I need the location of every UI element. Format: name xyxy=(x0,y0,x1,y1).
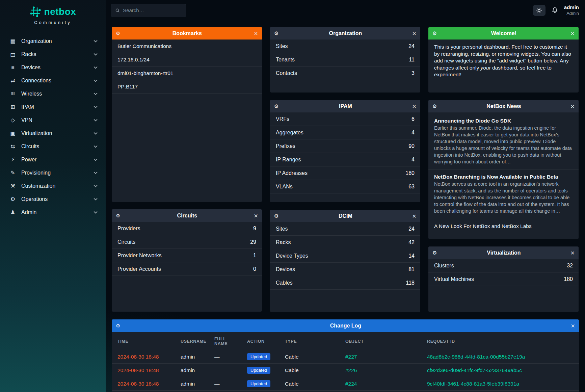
widget-config-icon[interactable]: ⚙ xyxy=(432,250,437,256)
sidebar-item-virtualization[interactable]: ▣ Virtualization xyxy=(0,127,106,140)
news-headline-link[interactable]: A New Look For NetBox and NetBox Labs xyxy=(434,223,573,229)
stat-count-link[interactable]: 180 xyxy=(405,170,415,176)
widget-header: ⚙ Organization × xyxy=(270,27,420,40)
stat-count-link[interactable]: 9 xyxy=(253,226,256,232)
chevron-down-icon xyxy=(94,183,97,187)
brand[interactable]: netbox Community xyxy=(0,0,106,30)
stat-count-link[interactable]: 24 xyxy=(408,226,415,232)
stat-count-link[interactable]: 42 xyxy=(408,239,415,245)
chevron-down-icon xyxy=(94,78,97,82)
sidebar-item-admin[interactable]: ♟ Admin xyxy=(0,206,106,219)
news-headline-link[interactable]: NetBox Branching is Now Available in Pub… xyxy=(434,174,573,180)
sidebar-item-label: Devices xyxy=(21,64,41,71)
chevron-down-icon xyxy=(94,65,97,69)
sidebar-item-power[interactable]: ⚡ Power xyxy=(0,153,106,166)
stat-count-link[interactable]: 0 xyxy=(253,266,256,272)
widget-config-icon[interactable]: ⚙ xyxy=(116,213,120,219)
changelog-request-id-link[interactable]: cf92d3e6-d09d-41fc-9fd7-52337649ab5c xyxy=(427,367,522,373)
stat-count-link[interactable]: 6 xyxy=(411,116,415,122)
column-header: ACTION xyxy=(241,332,279,350)
widget-close-icon[interactable]: × xyxy=(570,250,575,256)
stat-count-link[interactable]: 118 xyxy=(406,280,415,286)
sidebar-item-provisioning[interactable]: ✎ Provisioning xyxy=(0,166,106,179)
widget-config-icon[interactable]: ⚙ xyxy=(432,103,437,109)
sidebar-item-ipam[interactable]: ⊞ IPAM xyxy=(0,100,106,113)
stat-label: Cables xyxy=(276,280,293,286)
user-menu[interactable]: admin Admin xyxy=(564,4,579,16)
stat-count-link[interactable]: 14 xyxy=(408,253,415,259)
stat-count-link[interactable]: 29 xyxy=(250,239,256,245)
widget-config-icon[interactable]: ⚙ xyxy=(274,213,278,219)
netbox-logo-icon xyxy=(30,6,41,18)
stat-count-link[interactable]: 3 xyxy=(411,70,415,76)
widget-close-icon[interactable]: × xyxy=(254,212,258,219)
stat-count-link[interactable]: 1 xyxy=(253,253,256,259)
changelog-fullname: — xyxy=(209,350,241,364)
sidebar-item-connections[interactable]: ⇄ Connections xyxy=(0,74,106,87)
changelog-request-id-link[interactable]: 9cf40fdf-3461-4c88-81a3-5feb39f8391a xyxy=(427,381,519,387)
widget-config-icon[interactable]: ⚙ xyxy=(274,30,278,36)
stat-count-link[interactable]: 24 xyxy=(408,43,415,49)
widget-close-icon[interactable]: × xyxy=(571,322,575,329)
stat-count-link[interactable]: 32 xyxy=(567,263,573,269)
sidebar-item-devices[interactable]: ≡ Devices xyxy=(0,61,106,74)
widget-close-icon[interactable]: × xyxy=(570,103,575,110)
news-headline-link[interactable]: Announcing the Diode Go SDK xyxy=(434,118,573,124)
sidebar: netbox Community ▦ Organization ▤ Racks … xyxy=(0,0,106,392)
bell-icon xyxy=(551,7,558,14)
stat-count-link[interactable]: 63 xyxy=(408,184,415,190)
changelog-time-link[interactable]: 2024-08-30 18:48 xyxy=(117,381,159,387)
changelog-time-link[interactable]: 2024-08-30 18:48 xyxy=(117,367,159,373)
widget-close-icon[interactable]: × xyxy=(412,213,416,219)
sidebar-item-vpn[interactable]: ◇ VPN xyxy=(0,113,106,127)
widget-close-icon[interactable]: × xyxy=(254,30,258,37)
sidebar-item-wireless[interactable]: ≋ Wireless xyxy=(0,87,106,100)
widget-close-icon[interactable]: × xyxy=(412,103,416,110)
stat-count-link[interactable]: 4 xyxy=(411,130,415,136)
action-badge: Updated xyxy=(247,380,270,387)
sidebar-item-customization[interactable]: ⚒ Customization xyxy=(0,179,106,192)
bookmark-link[interactable]: Butler Communications xyxy=(112,40,262,53)
notifications-button[interactable] xyxy=(551,7,558,14)
bookmark-link[interactable]: 172.16.0.1/24 xyxy=(112,53,262,67)
changelog-time-link[interactable]: 2024-08-30 18:48 xyxy=(117,354,159,360)
stat-count-link[interactable]: 90 xyxy=(408,143,415,149)
power-icon: ⚡ xyxy=(9,156,17,163)
sidebar-item-organization[interactable]: ▦ Organization xyxy=(0,34,106,48)
stat-label: VLANs xyxy=(276,184,293,190)
sidebar-item-racks[interactable]: ▤ Racks xyxy=(0,48,106,61)
bookmark-link[interactable]: dmi01-binghamton-rtr01 xyxy=(112,67,262,80)
sidebar-item-circuits[interactable]: ⇆ Circuits xyxy=(0,140,106,153)
stat-count-link[interactable]: 11 xyxy=(409,57,415,63)
widget-netbox-news: ⚙ NetBox News × Announcing the Diode Go … xyxy=(428,100,579,239)
widget-close-icon[interactable]: × xyxy=(412,30,416,37)
changelog-object-link[interactable]: #224 xyxy=(345,381,357,387)
stat-count-link[interactable]: 4 xyxy=(411,157,415,163)
changelog-request-id-link[interactable]: 48ad8b2c-986d-44fd-81ca-00d55b27e19a xyxy=(427,354,525,360)
changelog-object-link[interactable]: #226 xyxy=(345,367,357,373)
widget-title: Bookmarks xyxy=(120,30,254,36)
sidebar-item-label: Circuits xyxy=(21,143,39,150)
widget-close-icon[interactable]: × xyxy=(570,30,575,37)
chevron-down-icon xyxy=(94,131,97,134)
stat-label: Virtual Machines xyxy=(434,276,474,282)
column-header: USERNAME xyxy=(175,332,209,350)
stat-count-link[interactable]: 180 xyxy=(564,276,573,282)
stat-label: Aggregates xyxy=(276,130,303,136)
action-badge: Updated xyxy=(247,353,270,360)
bookmark-link[interactable]: PP:B117 xyxy=(112,80,262,94)
changelog-object-link[interactable]: #227 xyxy=(345,354,357,360)
widget-config-icon[interactable]: ⚙ xyxy=(116,323,120,329)
operations-icon: ⚙ xyxy=(9,196,17,202)
vpn-icon: ◇ xyxy=(9,117,17,123)
sidebar-item-operations[interactable]: ⚙ Operations xyxy=(0,192,106,206)
widget-config-icon[interactable]: ⚙ xyxy=(432,30,437,36)
search-input[interactable] xyxy=(123,7,182,13)
widget-config-icon[interactable]: ⚙ xyxy=(116,30,120,36)
stat-label: Contacts xyxy=(276,70,297,76)
widget-config-icon[interactable]: ⚙ xyxy=(274,103,278,109)
theme-toggle-button[interactable] xyxy=(533,5,546,16)
sidebar-item-label: Connections xyxy=(21,78,51,84)
search-box[interactable] xyxy=(111,4,186,17)
stat-count-link[interactable]: 81 xyxy=(408,266,415,272)
